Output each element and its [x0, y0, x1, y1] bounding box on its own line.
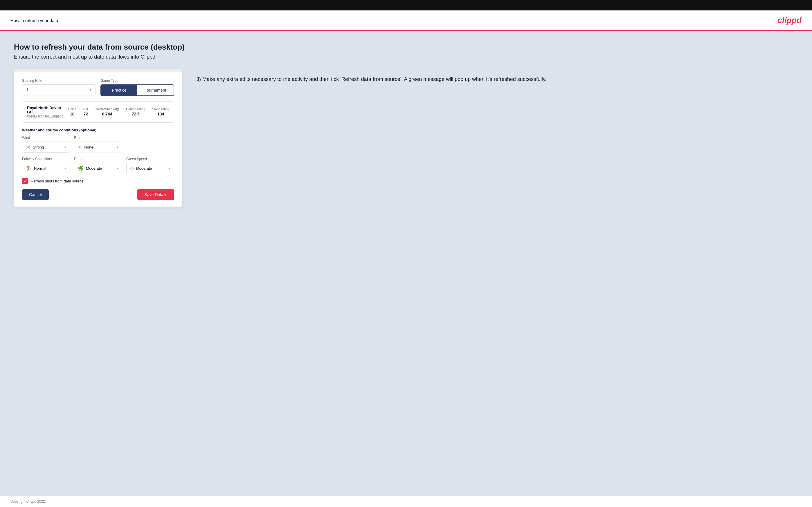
top-bar — [0, 0, 812, 10]
conditions-label: Weather and course conditions (optional) — [22, 128, 174, 132]
slope-rating-label: Slope rating — [152, 107, 169, 111]
header-title: How to refresh your data — [10, 18, 58, 23]
rain-label: Rain — [74, 136, 122, 140]
green-speed-icon: ⊙ — [130, 166, 134, 171]
rough-label: Rough — [74, 157, 122, 161]
course-name: Royal North Devon GC, — [27, 106, 65, 114]
card-top-bar — [14, 69, 182, 72]
rough-icon: 🌿 — [78, 166, 84, 171]
green-speed-select[interactable]: ⊙ Moderate ▾ — [126, 163, 174, 174]
holes-stat: Holes 18 — [68, 107, 77, 117]
par-value: 72 — [84, 112, 88, 116]
rough-field: Rough 🌿 Moderate ▾ — [74, 157, 122, 174]
wind-icon: 🌬 — [26, 145, 31, 150]
tournament-button[interactable]: Tournament — [137, 85, 173, 96]
wind-label: Wind — [22, 136, 70, 140]
fairway-value: Normal — [34, 166, 62, 171]
copyright-text: Copyright Clippd 2022 — [10, 500, 45, 504]
rough-chevron-icon: ▾ — [117, 167, 118, 170]
fairway-field: Fairway Conditions 🏌 Normal ▾ — [22, 157, 70, 174]
empty-field — [126, 136, 174, 153]
page-heading: How to refresh your data from source (de… — [14, 43, 798, 52]
rain-value: None — [84, 145, 114, 149]
starting-hole-select[interactable]: 1 ▾ — [22, 84, 96, 96]
side-description-text: 3) Make any extra edits necessary to the… — [196, 75, 798, 83]
wind-chevron-icon: ▾ — [64, 145, 66, 149]
green-speed-field: Green Speed ⊙ Moderate ▾ — [126, 157, 174, 174]
course-rating-label: Course rating — [126, 107, 145, 111]
practice-button[interactable]: Practice — [101, 85, 137, 96]
fairway-select[interactable]: 🏌 Normal ▾ — [22, 163, 70, 174]
course-rating-stat: Course rating 72.5 — [126, 107, 145, 117]
slope-rating-stat: Slope rating 134 — [152, 107, 169, 117]
wind-field: Wind 🌬 Strong ▾ — [22, 136, 70, 153]
rain-field: Rain ☀ None ▾ — [74, 136, 122, 153]
rain-chevron-icon: ▾ — [117, 145, 118, 149]
rough-value: Moderate — [86, 166, 114, 171]
yards-stat: Yards/White (M)) 6,744 — [95, 107, 119, 117]
starting-hole-label: Starting Hole — [22, 78, 96, 83]
fairway-icon: 🏌 — [26, 166, 32, 171]
course-info-box: Royal North Devon GC, Westward Ho!, Engl… — [22, 101, 174, 123]
form-row-top: Starting Hole 1 ▾ Game Type Practice Tou… — [22, 78, 174, 101]
save-details-button[interactable]: Save Details — [137, 189, 174, 200]
starting-hole-group: Starting Hole 1 ▾ — [22, 78, 96, 96]
side-description: 3) Make any extra edits necessary to the… — [196, 69, 798, 83]
game-type-col: Game Type Practice Tournament — [100, 78, 174, 101]
logo: clippd — [778, 16, 802, 25]
course-location: Westward Ho!, England — [27, 114, 65, 118]
wind-select[interactable]: 🌬 Strong ▾ — [22, 142, 70, 153]
holes-value: 18 — [70, 112, 74, 116]
course-stats: Holes 18 Par 72 Yards/White (M)) 6,744 C… — [68, 107, 169, 117]
slope-rating-value: 134 — [157, 112, 164, 116]
conditions-row-1: Wind 🌬 Strong ▾ Rain ☀ None ▾ — [22, 136, 174, 153]
rough-select[interactable]: 🌿 Moderate ▾ — [74, 163, 122, 174]
holes-label: Holes — [68, 107, 77, 111]
course-rating-value: 72.5 — [132, 112, 140, 116]
green-speed-value: Moderate — [136, 166, 166, 171]
checkmark-icon — [23, 179, 27, 183]
page-subheading: Ensure the correct and most up to date d… — [14, 54, 798, 60]
wind-value: Strong — [33, 145, 62, 149]
game-type-label: Game Type — [100, 78, 174, 83]
header: How to refresh your data clippd — [0, 10, 812, 31]
rain-icon: ☀ — [78, 145, 82, 150]
form-card: Starting Hole 1 ▾ Game Type Practice Tou… — [14, 69, 182, 207]
card-footer: Cancel Save Details — [22, 189, 174, 200]
content-row: Starting Hole 1 ▾ Game Type Practice Tou… — [14, 69, 798, 207]
footer: Copyright Clippd 2022 — [0, 496, 812, 507]
fairway-chevron-icon: ▾ — [64, 167, 66, 170]
cancel-button[interactable]: Cancel — [22, 189, 49, 200]
game-type-toggle: Practice Tournament — [100, 84, 174, 96]
yards-value: 6,744 — [102, 112, 112, 116]
green-speed-label: Green Speed — [126, 157, 174, 161]
starting-hole-chevron-icon: ▾ — [90, 88, 92, 92]
fairway-label: Fairway Conditions — [22, 157, 70, 161]
green-speed-chevron-icon: ▾ — [169, 167, 170, 170]
refresh-label: Refresh shots from data source — [31, 179, 83, 183]
conditions-row-2: Fairway Conditions 🏌 Normal ▾ Rough 🌿 Mo… — [22, 157, 174, 174]
game-type-group: Game Type Practice Tournament — [100, 78, 174, 96]
refresh-row: Refresh shots from data source — [22, 178, 174, 184]
par-label: Par — [83, 107, 88, 111]
yards-label: Yards/White (M)) — [95, 107, 119, 111]
par-stat: Par 72 — [83, 107, 88, 117]
course-name-block: Royal North Devon GC, Westward Ho!, Engl… — [27, 106, 65, 118]
refresh-checkbox[interactable] — [22, 178, 28, 184]
main-content: How to refresh your data from source (de… — [0, 31, 812, 496]
rain-select[interactable]: ☀ None ▾ — [74, 142, 122, 153]
starting-hole-value: 1 — [27, 88, 29, 92]
starting-hole-col: Starting Hole 1 ▾ — [22, 78, 96, 101]
